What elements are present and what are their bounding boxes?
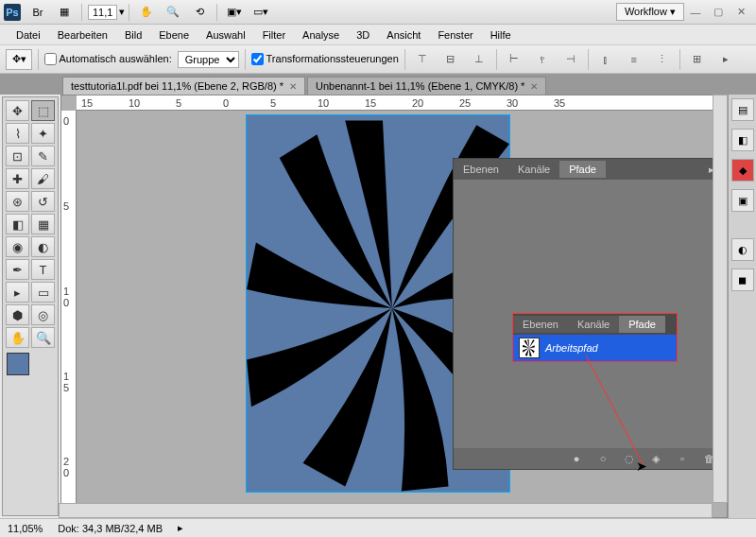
document-tab[interactable]: testtutoria1l.pdf bei 11,1% (Ebene 2, RG… xyxy=(62,77,305,95)
panel-footer: ● ○ ◌ ◈ ▫ 🗑 xyxy=(454,448,726,469)
align-top-icon[interactable]: ⊤ xyxy=(411,49,434,70)
status-arrow-icon[interactable]: ▸ xyxy=(178,522,183,534)
pen-tool[interactable]: ✒ xyxy=(6,259,29,280)
shape-tool[interactable]: ▭ xyxy=(31,282,55,303)
right-dock: ▤ ◧ ◆ ▣ ◐ ◼ xyxy=(728,95,756,518)
zoom-tool[interactable]: 🔍 xyxy=(31,327,55,348)
menu-3d[interactable]: 3D xyxy=(348,26,378,43)
align-right-icon[interactable]: ⊣ xyxy=(559,49,582,70)
status-doc-size[interactable]: Dok: 34,3 MB/32,4 MB xyxy=(58,523,163,534)
menu-bearbeiten[interactable]: Bearbeiten xyxy=(49,26,116,43)
menu-ansicht[interactable]: Ansicht xyxy=(378,26,429,43)
move-tool-indicator[interactable]: ✥▾ xyxy=(6,49,32,70)
heal-tool[interactable]: ✚ xyxy=(6,168,29,189)
make-work-path-icon[interactable]: ◈ xyxy=(648,451,663,466)
arrange-icon[interactable]: ▣▾ xyxy=(222,3,247,22)
distribute-icon[interactable]: ⋮ xyxy=(651,49,674,70)
scrollbar-vertical[interactable] xyxy=(713,95,728,503)
close-tab-icon[interactable]: ✕ xyxy=(530,81,538,92)
dock-swatch-icon[interactable]: ◆ xyxy=(731,159,754,182)
crop-tool[interactable]: ⊡ xyxy=(6,146,29,166)
foreground-color[interactable] xyxy=(7,353,29,375)
path-item[interactable]: Arbeitspfad xyxy=(513,335,677,361)
transform-checkbox[interactable]: Transformationssteuerungen xyxy=(251,53,399,66)
history-brush-tool[interactable]: ↺ xyxy=(31,191,55,212)
toolbox: ✥⬚ ⌇✦ ⊡✎ ✚🖌 ⊛↺ ◧▦ ◉◐ ✒T ▸▭ ⬢◎ ✋🔍 xyxy=(2,96,59,516)
hand-tool[interactable]: ✋ xyxy=(6,327,29,348)
panel-tab-pfade[interactable]: Pfade xyxy=(559,161,606,178)
eyedropper-tool[interactable]: ✎ xyxy=(31,146,55,166)
move-tool[interactable]: ✥ xyxy=(6,100,29,121)
zoom-value[interactable]: 11,1 xyxy=(88,5,117,20)
menu-ebene[interactable]: Ebene xyxy=(150,26,198,43)
distribute-h-icon[interactable]: ⫿ xyxy=(594,49,617,70)
menu-auswahl[interactable]: Auswahl xyxy=(198,26,254,43)
stamp-tool[interactable]: ⊛ xyxy=(6,191,29,212)
paths-subpanel: Ebenen Kanäle Pfade Arbeitspfad xyxy=(512,313,678,362)
marquee-tool[interactable]: ⬚ xyxy=(31,100,55,121)
dock-adjust-icon[interactable]: ◐ xyxy=(731,238,754,261)
lasso-tool[interactable]: ⌇ xyxy=(6,123,29,144)
align-middle-icon[interactable]: ⊟ xyxy=(439,49,462,70)
auto-align-icon[interactable]: ⊞ xyxy=(686,49,709,70)
brush-tool[interactable]: 🖌 xyxy=(31,168,55,189)
close-icon[interactable]: ✕ xyxy=(731,6,750,18)
rotate-icon[interactable]: ⟲ xyxy=(187,3,212,22)
align-bottom-icon[interactable]: ⊥ xyxy=(468,49,490,70)
scrollbar-horizontal[interactable] xyxy=(59,503,713,518)
panel-tab-ebenen[interactable]: Ebenen xyxy=(454,161,508,178)
zoom-icon[interactable]: 🔍 xyxy=(161,3,185,22)
dock-mask-icon[interactable]: ◼ xyxy=(731,268,754,291)
fill-path-icon[interactable]: ● xyxy=(569,451,584,466)
menu-datei[interactable]: Datei xyxy=(8,26,49,43)
subpanel-tab-kanaele[interactable]: Kanäle xyxy=(568,316,619,333)
align-left-icon[interactable]: ⊢ xyxy=(503,49,525,70)
dodge-tool[interactable]: ◐ xyxy=(31,236,55,257)
menu-fenster[interactable]: Fenster xyxy=(429,26,481,43)
dock-color-icon[interactable]: ◧ xyxy=(731,129,754,151)
eraser-tool[interactable]: ◧ xyxy=(6,214,29,234)
wand-tool[interactable]: ✦ xyxy=(31,123,55,144)
dock-styles-icon[interactable]: ▣ xyxy=(731,189,754,212)
menu-analyse[interactable]: Analyse xyxy=(294,26,348,43)
menu-bild[interactable]: Bild xyxy=(116,26,150,43)
type-tool[interactable]: T xyxy=(31,259,55,280)
menu-filter[interactable]: Filter xyxy=(254,26,294,43)
flyout-icon[interactable]: ▸ xyxy=(714,49,737,70)
titlebar: Ps Br ▦ 11,1▾ ✋ 🔍 ⟲ ▣▾ ▭▾ Workflow ▾ — ▢… xyxy=(0,0,756,25)
3d-tool[interactable]: ⬢ xyxy=(6,304,29,325)
close-tab-icon[interactable]: ✕ xyxy=(289,81,297,92)
path-select-tool[interactable]: ▸ xyxy=(6,282,29,303)
panel-tab-kanaele[interactable]: Kanäle xyxy=(508,161,559,178)
minimize-icon[interactable]: — xyxy=(686,7,705,18)
maximize-icon[interactable]: ▢ xyxy=(709,6,728,18)
workspace-selector[interactable]: Workflow ▾ xyxy=(616,3,684,21)
document-tabs: testtutoria1l.pdf bei 11,1% (Ebene 2, RG… xyxy=(0,74,756,95)
subpanel-tab-pfade[interactable]: Pfade xyxy=(619,316,665,333)
dock-history-icon[interactable]: ▤ xyxy=(731,98,754,121)
bridge-icon[interactable]: Br xyxy=(26,3,50,22)
menu-hilfe[interactable]: Hilfe xyxy=(482,26,520,43)
status-zoom[interactable]: 11,05% xyxy=(8,523,43,534)
new-path-icon[interactable]: ▫ xyxy=(675,451,690,466)
film-icon[interactable]: ▦ xyxy=(52,3,77,22)
auto-select-dropdown[interactable]: Gruppe xyxy=(178,51,239,68)
hand-icon[interactable]: ✋ xyxy=(134,3,159,22)
auto-select-checkbox[interactable]: Automatisch auswählen: xyxy=(44,53,172,66)
menu-bar: Datei Bearbeiten Bild Ebene Auswahl Filt… xyxy=(0,25,756,45)
align-center-icon[interactable]: ⫯ xyxy=(531,49,554,70)
blur-tool[interactable]: ◉ xyxy=(6,236,29,257)
stroke-path-icon[interactable]: ○ xyxy=(595,451,610,466)
canvas-area[interactable]: 1510505101520253035 051 01 52 0 xyxy=(60,95,728,518)
status-bar: 11,05% Dok: 34,3 MB/32,4 MB ▸ xyxy=(0,518,756,537)
subpanel-tab-ebenen[interactable]: Ebenen xyxy=(513,316,568,333)
ruler-vertical[interactable]: 051 01 52 0 xyxy=(61,111,77,517)
screen-mode-icon[interactable]: ▭▾ xyxy=(249,3,273,22)
load-selection-icon[interactable]: ◌ xyxy=(622,451,637,466)
distribute-v-icon[interactable]: ≡ xyxy=(623,49,645,70)
3d-camera-tool[interactable]: ◎ xyxy=(31,304,55,325)
ruler-horizontal[interactable]: 1510505101520253035 xyxy=(77,95,727,111)
gradient-tool[interactable]: ▦ xyxy=(31,214,55,234)
options-bar: ✥▾ Automatisch auswählen: Gruppe Transfo… xyxy=(0,45,756,74)
document-tab[interactable]: Unbenannt-1 bei 11,1% (Ebene 1, CMYK/8) … xyxy=(307,77,546,95)
